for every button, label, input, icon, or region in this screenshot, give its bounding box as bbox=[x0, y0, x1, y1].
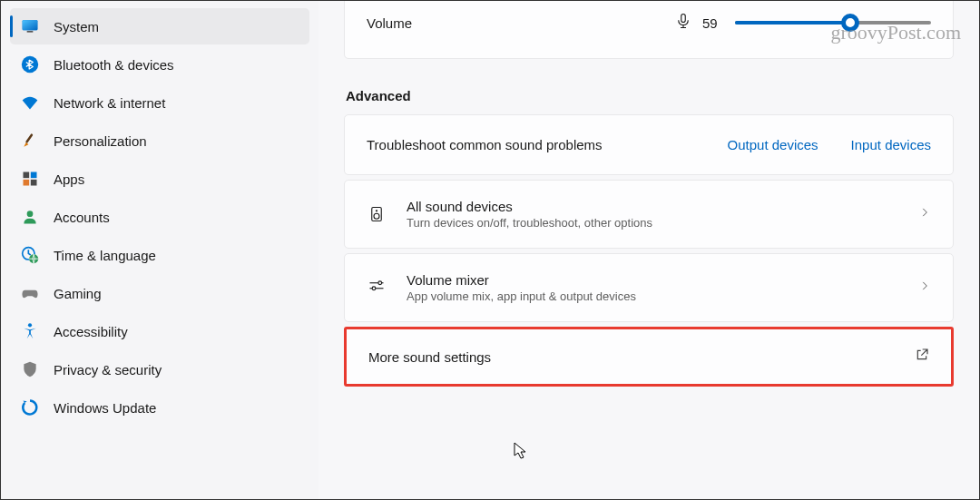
mixer-title: Volume mixer bbox=[407, 272, 918, 288]
sidebar-item-label: Apps bbox=[54, 172, 84, 187]
sidebar-item-label: System bbox=[54, 19, 99, 34]
chevron-right-icon bbox=[918, 206, 931, 222]
chevron-right-icon bbox=[918, 279, 931, 296]
volume-mixer-row[interactable]: Volume mixer App volume mix, app input &… bbox=[344, 253, 954, 322]
sidebar-item-time-language[interactable]: Time & language bbox=[10, 237, 309, 273]
svg-rect-4 bbox=[25, 133, 34, 143]
sidebar-item-label: Accounts bbox=[54, 210, 110, 225]
accessibility-icon bbox=[21, 322, 39, 340]
svg-point-20 bbox=[372, 287, 376, 290]
settings-sidebar: System Bluetooth & devices Network & int… bbox=[1, 1, 318, 499]
svg-point-18 bbox=[378, 281, 382, 285]
person-icon bbox=[21, 208, 39, 226]
sidebar-item-windows-update[interactable]: Windows Update bbox=[10, 389, 309, 426]
all-devices-title: All sound devices bbox=[407, 199, 918, 214]
sidebar-item-label: Privacy & security bbox=[54, 362, 162, 377]
input-devices-link[interactable]: Input devices bbox=[851, 137, 931, 152]
bluetooth-icon bbox=[21, 55, 39, 74]
volume-slider[interactable] bbox=[735, 21, 931, 25]
sidebar-item-accounts[interactable]: Accounts bbox=[10, 199, 309, 235]
volume-label: Volume bbox=[367, 15, 675, 31]
speaker-icon bbox=[367, 204, 387, 224]
sidebar-item-label: Time & language bbox=[54, 248, 156, 263]
svg-rect-13 bbox=[681, 15, 686, 23]
pair-device-card[interactable]: Volume 59 bbox=[344, 1, 954, 59]
svg-rect-5 bbox=[24, 172, 30, 179]
sidebar-item-privacy[interactable]: Privacy & security bbox=[10, 351, 309, 387]
settings-main: Volume 59 Advanced Troubleshoot common s… bbox=[318, 1, 979, 499]
more-settings-title: More sound settings bbox=[368, 349, 915, 365]
sidebar-item-apps[interactable]: Apps bbox=[10, 161, 309, 197]
wifi-icon bbox=[21, 93, 39, 112]
troubleshoot-label: Troubleshoot common sound problems bbox=[367, 137, 695, 152]
sidebar-item-label: Gaming bbox=[54, 286, 102, 301]
sidebar-item-label: Windows Update bbox=[54, 400, 156, 416]
update-icon bbox=[21, 398, 39, 417]
gamepad-icon bbox=[21, 284, 39, 302]
svg-rect-8 bbox=[31, 180, 37, 186]
sidebar-item-label: Bluetooth & devices bbox=[54, 57, 174, 73]
all-sound-devices-row[interactable]: All sound devices Turn devices on/off, t… bbox=[344, 180, 954, 249]
display-icon bbox=[21, 17, 39, 35]
output-devices-link[interactable]: Output devices bbox=[728, 137, 818, 152]
shield-icon bbox=[21, 360, 39, 378]
sidebar-item-system[interactable]: System bbox=[10, 8, 309, 44]
sidebar-item-network[interactable]: Network & internet bbox=[10, 84, 309, 121]
external-link-icon bbox=[915, 348, 929, 366]
sidebar-item-label: Accessibility bbox=[54, 324, 128, 339]
svg-rect-6 bbox=[31, 172, 37, 179]
sidebar-item-gaming[interactable]: Gaming bbox=[10, 275, 309, 311]
advanced-section-title: Advanced bbox=[346, 88, 954, 103]
svg-rect-2 bbox=[27, 31, 34, 33]
clock-globe-icon bbox=[21, 246, 39, 264]
svg-point-16 bbox=[374, 213, 379, 219]
sidebar-item-label: Network & internet bbox=[54, 95, 165, 111]
sidebar-item-personalization[interactable]: Personalization bbox=[10, 123, 309, 159]
svg-point-15 bbox=[376, 210, 377, 211]
microphone-icon[interactable] bbox=[675, 13, 691, 33]
apps-icon bbox=[21, 170, 39, 188]
volume-value: 59 bbox=[702, 15, 724, 31]
svg-rect-1 bbox=[23, 20, 38, 30]
sidebar-item-bluetooth[interactable]: Bluetooth & devices bbox=[10, 46, 309, 83]
troubleshoot-card: Troubleshoot common sound problems Outpu… bbox=[344, 114, 954, 175]
svg-point-9 bbox=[27, 211, 34, 217]
svg-point-12 bbox=[28, 323, 32, 327]
mixer-subtitle: App volume mix, app input & output devic… bbox=[407, 289, 918, 303]
svg-rect-7 bbox=[24, 180, 30, 186]
mixer-icon bbox=[367, 278, 387, 298]
sidebar-item-label: Personalization bbox=[54, 133, 147, 149]
all-devices-subtitle: Turn devices on/off, troubleshoot, other… bbox=[407, 216, 918, 230]
more-sound-settings-row[interactable]: More sound settings bbox=[344, 327, 954, 387]
sidebar-item-accessibility[interactable]: Accessibility bbox=[10, 313, 309, 349]
brush-icon bbox=[21, 132, 39, 150]
